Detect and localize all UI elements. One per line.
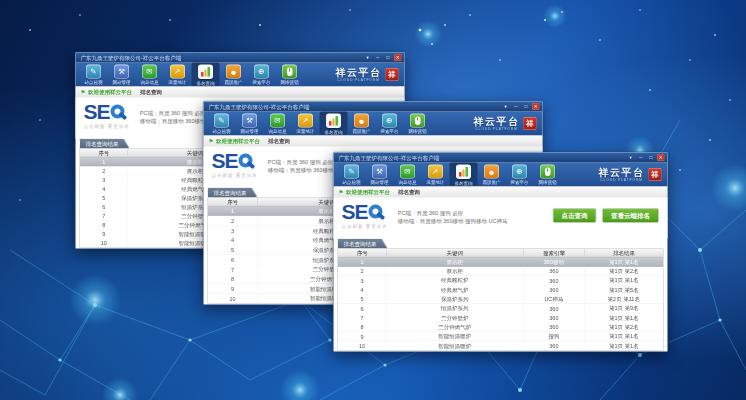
promotion-users-icon: ☻ bbox=[226, 65, 241, 79]
toolbar-item-site-monitor[interactable]: ✎站点检测 bbox=[208, 112, 236, 136]
network-mouse-icon bbox=[410, 114, 425, 128]
results-tab[interactable]: 排名查询结果 bbox=[80, 139, 130, 149]
cell-no: 4 bbox=[338, 285, 387, 294]
cell-keyword: 展示柜 bbox=[387, 267, 524, 276]
maximize-button[interactable]: □ bbox=[647, 154, 655, 161]
window-title: 广东九鼎王壁炉有限公司-祥云平台客户端 bbox=[334, 153, 668, 163]
brand-name: 祥云平台 bbox=[599, 168, 645, 178]
cell-engine: 360 bbox=[523, 313, 585, 322]
table-row[interactable]: 1展示柜360移动第1页 第1名 bbox=[338, 257, 663, 267]
toolbar-item-rank-query[interactable]: 排名查询 bbox=[450, 163, 478, 187]
toolbar-item-site-monitor[interactable]: ✎站点检测 bbox=[80, 63, 108, 87]
toolbar-item-site-manage[interactable]: ⚒网站管理 bbox=[366, 163, 394, 187]
cell-no: 10 bbox=[208, 294, 258, 303]
site-monitor-icon: ✎ bbox=[214, 114, 229, 128]
window-controls: ▾ ─ □ ✕ bbox=[502, 103, 540, 110]
brand-subtitle: CLOUD PLATFORM bbox=[336, 78, 382, 82]
table-row[interactable]: 6恒温炉系列360第1页 第9名 bbox=[338, 304, 663, 313]
toolbar-item-site-manage[interactable]: ⚒网站管理 bbox=[108, 63, 136, 87]
rank-query-icon bbox=[456, 165, 471, 180]
table-row[interactable]: 10智能恒温暖炉360第1页 第1名 bbox=[338, 341, 663, 350]
minimize-button[interactable]: ─ bbox=[512, 103, 520, 110]
window-controls: ▾ ─ □ ✕ bbox=[364, 54, 402, 61]
cell-no: 8 bbox=[338, 323, 387, 332]
close-button[interactable]: ✕ bbox=[657, 154, 665, 161]
brand-logo: 祥云平台 CLOUD PLATFORM 祥 bbox=[474, 112, 539, 136]
site-manage-icon: ⚒ bbox=[372, 165, 387, 179]
toolbar-item-inquiry-message[interactable]: ✉询盘信息 bbox=[394, 163, 422, 187]
toolbar-item-network-mouse[interactable]: 网络营销 bbox=[534, 163, 562, 187]
maximize-button[interactable]: □ bbox=[384, 54, 392, 61]
table-row[interactable]: 3经典颗粒炉360第1页 第1名 bbox=[338, 276, 663, 285]
toolbar-item-search-platform[interactable]: ⊕搜索平台 bbox=[376, 112, 404, 136]
toolbar-item-rank-query[interactable]: 排名查询 bbox=[320, 112, 348, 136]
toolbar-item-traffic-stats[interactable]: ↗流量统计 bbox=[292, 112, 320, 136]
toolbar-item-inquiry-message[interactable]: ✉询盘信息 bbox=[264, 112, 292, 136]
search-platform-icon: ⊕ bbox=[382, 114, 397, 128]
toolbar-item-network-mouse[interactable]: 网络营销 bbox=[404, 112, 432, 136]
brand-subtitle: CLOUD PLATFORM bbox=[474, 127, 520, 131]
toolbar-item-traffic-stats[interactable]: ↗流量统计 bbox=[164, 63, 192, 87]
view-cloud-rank-button[interactable]: 查看云端排名 bbox=[603, 209, 659, 223]
toolbar-item-promotion-users[interactable]: ☻霸屏推广 bbox=[478, 163, 506, 187]
toolbar-item-network-mouse[interactable]: 网络营销 bbox=[276, 63, 304, 87]
mouse-glyph bbox=[415, 116, 421, 125]
inquiry-message-icon: ✉ bbox=[270, 114, 285, 128]
window-titlebar[interactable]: 广东九鼎王壁炉有限公司-祥云平台客户端 ▾ ─ □ ✕ bbox=[76, 53, 405, 63]
cell-no: 1 bbox=[208, 207, 258, 216]
table-row[interactable]: 7三分钟壁炉360第1页 第1名 bbox=[338, 313, 663, 322]
results-tab[interactable]: 排名查询结果 bbox=[338, 239, 388, 249]
maximize-button[interactable]: □ bbox=[522, 103, 530, 110]
skin-menu-button[interactable]: ▾ bbox=[627, 154, 635, 161]
toolbar-item-search-platform[interactable]: ⊕搜索平台 bbox=[506, 163, 534, 187]
results-tab[interactable]: 排名查询结果 bbox=[208, 188, 258, 198]
cell-no: 5 bbox=[338, 295, 387, 304]
toolbar-item-promotion-users[interactable]: ☻霸屏推广 bbox=[348, 112, 376, 136]
toolbar-item-label: 站点检测 bbox=[85, 80, 103, 87]
toolbar-item-label: 流量统计 bbox=[427, 180, 445, 187]
minimize-button[interactable]: ─ bbox=[374, 54, 382, 61]
toolbar-item-site-manage[interactable]: ⚒网站管理 bbox=[236, 112, 264, 136]
table-row[interactable]: 5保温炉系列UC神马第2页 第11名 bbox=[338, 295, 663, 304]
cell-no: 3 bbox=[208, 226, 258, 235]
window-titlebar[interactable]: 广东九鼎王壁炉有限公司-祥云平台客户端 ▾ ─ □ ✕ bbox=[204, 102, 543, 112]
table-row[interactable]: 9智能恒温暖炉搜狗第1页 第1名 bbox=[338, 332, 663, 341]
cell-no: 4 bbox=[208, 236, 258, 245]
search-platform-icon: ⊕ bbox=[254, 65, 269, 79]
table-row[interactable]: 8三分钟燃气炉360第1页 第2名 bbox=[338, 323, 663, 332]
action-buttons: 点击查询 查看云端排名 bbox=[553, 209, 659, 223]
window-controls: ▾ ─ □ ✕ bbox=[627, 154, 665, 161]
table-row[interactable]: 4经典燃气炉360第1页 第5名 bbox=[338, 285, 663, 294]
cell-result: 第1页 第1名 bbox=[585, 258, 663, 267]
network-mouse-icon bbox=[540, 165, 555, 179]
toolbar-item-inquiry-message[interactable]: ✉询盘信息 bbox=[136, 63, 164, 87]
seo-logo: SE 点击刷新 重查排名 bbox=[342, 202, 388, 239]
traffic-stats-icon: ↗ bbox=[170, 65, 185, 79]
cell-result: 第1页 第1名 bbox=[585, 313, 663, 322]
skin-menu-button[interactable]: ▾ bbox=[502, 103, 510, 110]
toolbar-item-traffic-stats[interactable]: ↗流量统计 bbox=[422, 163, 450, 187]
cell-no: 3 bbox=[80, 176, 128, 185]
toolbar-item-promotion-users[interactable]: ☻霸屏推广 bbox=[220, 63, 248, 87]
toolbar-item-search-platform[interactable]: ⊕搜索平台 bbox=[248, 63, 276, 87]
toolbar-item-label: 询盘信息 bbox=[399, 180, 417, 187]
cell-engine: 360 bbox=[523, 323, 585, 332]
minimize-button[interactable]: ─ bbox=[637, 154, 645, 161]
window-titlebar[interactable]: 广东九鼎王壁炉有限公司-祥云平台客户端 ▾ ─ □ ✕ bbox=[334, 153, 668, 163]
header-engine: 搜索引擎 bbox=[523, 249, 585, 257]
toolbar-item-label: 站点检测 bbox=[343, 180, 361, 187]
toolbar-item-label: 流量统计 bbox=[169, 80, 187, 87]
brand-seal-icon: 祥 bbox=[386, 68, 399, 81]
toolbar-item-rank-query[interactable]: 排名查询 bbox=[192, 63, 220, 87]
table-row[interactable]: 2展示柜360第1页 第2名 bbox=[338, 267, 663, 276]
magnifier-icon bbox=[239, 154, 253, 168]
toolbar-item-site-monitor[interactable]: ✎站点检测 bbox=[338, 163, 366, 187]
close-button[interactable]: ✕ bbox=[532, 103, 540, 110]
welcome-text: 欢迎使用祥云平台 bbox=[216, 137, 260, 145]
skin-menu-button[interactable]: ▾ bbox=[364, 54, 372, 61]
query-button[interactable]: 点击查询 bbox=[553, 209, 596, 223]
cell-no: 1 bbox=[80, 158, 128, 167]
seo-logo-text: SE bbox=[342, 202, 368, 222]
close-button[interactable]: ✕ bbox=[394, 54, 402, 61]
cell-no: 4 bbox=[80, 185, 128, 194]
